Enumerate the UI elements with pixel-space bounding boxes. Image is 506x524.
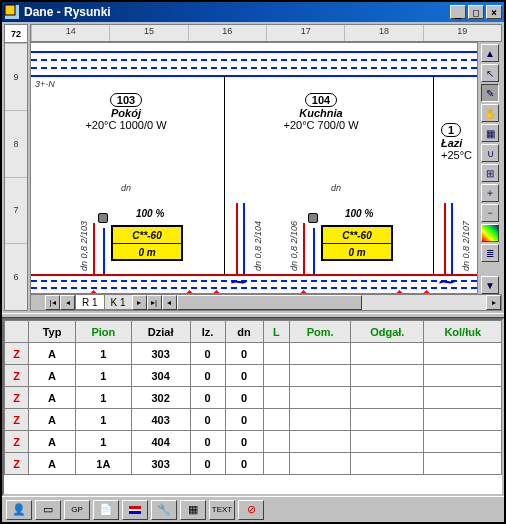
cell[interactable]: 303 — [131, 453, 190, 475]
tab-nav-next[interactable]: ▸ — [132, 295, 147, 310]
cell[interactable] — [290, 453, 351, 475]
maximize-button[interactable]: □ — [468, 5, 484, 19]
cell[interactable] — [424, 387, 502, 409]
table-row[interactable]: ZA1A30300 — [5, 453, 502, 475]
radiator-103[interactable]: C**-60 0 m — [111, 225, 183, 261]
bottom-text-icon[interactable]: TEXT — [209, 500, 235, 520]
cell[interactable]: Z — [5, 387, 29, 409]
cell[interactable]: 1 — [76, 387, 132, 409]
cell[interactable]: Z — [5, 431, 29, 453]
tool-color-icon[interactable] — [481, 224, 499, 242]
valve-icon[interactable] — [308, 213, 318, 223]
cell[interactable]: 0 — [190, 453, 225, 475]
cell[interactable]: A — [29, 453, 76, 475]
cell[interactable] — [263, 409, 290, 431]
table-row[interactable]: ZA130200 — [5, 387, 502, 409]
cell[interactable] — [351, 343, 424, 365]
bottom-gp-icon[interactable]: GP — [64, 500, 90, 520]
cell[interactable]: 0 — [225, 343, 263, 365]
cell[interactable] — [424, 343, 502, 365]
tool-hand-icon[interactable]: ✋ — [481, 104, 499, 122]
col-L[interactable]: L — [263, 321, 290, 343]
valve-icon[interactable] — [98, 213, 108, 223]
cell[interactable]: 0 — [225, 365, 263, 387]
table-row[interactable]: ZA140400 — [5, 431, 502, 453]
tool-pointer-icon[interactable]: ↖ — [481, 64, 499, 82]
cell[interactable]: 302 — [131, 387, 190, 409]
sheet-tab-r1[interactable]: R 1 — [75, 295, 105, 310]
cell[interactable]: 304 — [131, 365, 190, 387]
cell[interactable]: 0 — [190, 387, 225, 409]
cell[interactable] — [290, 387, 351, 409]
cell[interactable]: 1 — [76, 431, 132, 453]
tool-layers-icon[interactable]: ≣ — [481, 244, 499, 262]
tool-up-arrow-icon[interactable]: ▲ — [481, 44, 499, 62]
bottom-pipe-icon[interactable]: 🔧 — [151, 500, 177, 520]
col-Pom.[interactable]: Pom. — [290, 321, 351, 343]
col-rowhdr[interactable] — [5, 321, 29, 343]
tool-grid-icon[interactable]: ▦ — [481, 124, 499, 142]
cell[interactable] — [263, 343, 290, 365]
hscroll-thumb[interactable] — [177, 295, 363, 310]
tab-nav-prev[interactable]: ◂ — [60, 295, 75, 310]
cell[interactable] — [424, 365, 502, 387]
cell[interactable]: 1A — [76, 453, 132, 475]
tool-zoom-out-icon[interactable]: － — [481, 204, 499, 222]
cell[interactable]: 403 — [131, 409, 190, 431]
scroll-right-button[interactable]: ▸ — [486, 295, 501, 310]
cell[interactable] — [424, 409, 502, 431]
cell[interactable] — [290, 431, 351, 453]
cell[interactable] — [351, 453, 424, 475]
cell[interactable]: 404 — [131, 431, 190, 453]
bottom-rect-icon[interactable]: ▭ — [35, 500, 61, 520]
bottom-flag-icon[interactable] — [122, 500, 148, 520]
col-Typ[interactable]: Typ — [29, 321, 76, 343]
cell[interactable]: 0 — [190, 343, 225, 365]
cell[interactable] — [290, 343, 351, 365]
drawing-canvas[interactable]: 3+-N 103 Pokój +20°C 1000/0 W 104 Kuchni… — [30, 42, 478, 294]
col-dn[interactable]: dn — [225, 321, 263, 343]
cell[interactable] — [263, 453, 290, 475]
tool-magnet-icon[interactable]: ∪ — [481, 144, 499, 162]
cell[interactable]: Z — [5, 365, 29, 387]
cell[interactable]: A — [29, 387, 76, 409]
col-Odgał.[interactable]: Odgał. — [351, 321, 424, 343]
cell[interactable]: 0 — [190, 431, 225, 453]
cell[interactable]: Z — [5, 409, 29, 431]
hscroll-track[interactable] — [177, 295, 486, 310]
tool-zoom-in-icon[interactable]: ＋ — [481, 184, 499, 202]
bottom-stop-icon[interactable]: ⊘ — [238, 500, 264, 520]
col-Kol/łuk[interactable]: Kol/łuk — [424, 321, 502, 343]
col-Dział[interactable]: Dział — [131, 321, 190, 343]
cell[interactable]: A — [29, 409, 76, 431]
cell[interactable]: 0 — [190, 409, 225, 431]
col-Pion[interactable]: Pion — [76, 321, 132, 343]
cell[interactable] — [290, 409, 351, 431]
tab-nav-last[interactable]: ▸| — [147, 295, 162, 310]
cell[interactable] — [263, 431, 290, 453]
cell[interactable]: A — [29, 365, 76, 387]
cell[interactable] — [263, 387, 290, 409]
cell[interactable]: Z — [5, 453, 29, 475]
cell[interactable] — [424, 431, 502, 453]
tool-snap-icon[interactable]: ⊞ — [481, 164, 499, 182]
cell[interactable] — [351, 409, 424, 431]
tab-nav-first[interactable]: |◂ — [45, 295, 60, 310]
cell[interactable]: 0 — [225, 387, 263, 409]
tool-down-arrow-icon[interactable]: ▼ — [481, 276, 499, 294]
bottom-note-icon[interactable]: 📄 — [93, 500, 119, 520]
cell[interactable]: 1 — [76, 409, 132, 431]
sheet-tab-k1[interactable]: K 1 — [104, 295, 133, 310]
tool-pencil-icon[interactable]: ✎ — [481, 84, 499, 102]
cell[interactable] — [263, 365, 290, 387]
cell[interactable] — [424, 453, 502, 475]
cell[interactable] — [351, 431, 424, 453]
table-row[interactable]: ZA140300 — [5, 409, 502, 431]
bottom-person-icon[interactable]: 👤 — [6, 500, 32, 520]
cell[interactable] — [351, 365, 424, 387]
cell[interactable]: 303 — [131, 343, 190, 365]
radiator-104[interactable]: C**-60 0 m — [321, 225, 393, 261]
cell[interactable]: Z — [5, 343, 29, 365]
col-Iz.[interactable]: Iz. — [190, 321, 225, 343]
cell[interactable]: A — [29, 343, 76, 365]
